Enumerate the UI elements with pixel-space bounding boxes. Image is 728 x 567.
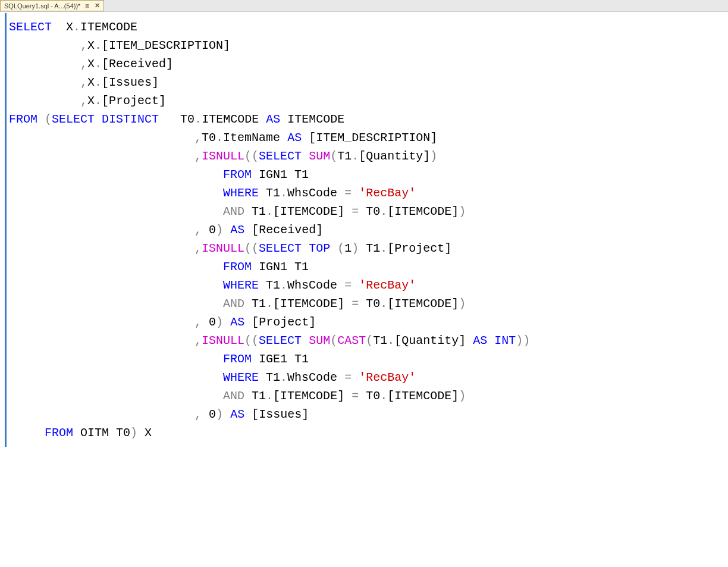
code-line: FROM IGN1 T1 (9, 165, 728, 184)
code-line: , 0) AS [Received] (9, 221, 728, 239)
code-line: , 0) AS [Issues] (9, 405, 728, 424)
code-line: AND T1.[ITEMCODE] = T0.[ITEMCODE]) (9, 295, 728, 313)
code-line: SELECT X.ITEMCODE (9, 18, 728, 36)
code-line: , 0) AS [Project] (9, 313, 728, 331)
code-line: AND T1.[ITEMCODE] = T0.[ITEMCODE]) (9, 387, 728, 405)
code-line: ,X.[Project] (9, 92, 728, 110)
code-line: ,ISNULL((SELECT SUM(CAST(T1.[Quantity] A… (9, 331, 728, 350)
code-line: WHERE T1.WhsCode = 'RecBay' (9, 368, 728, 387)
code-line: ,X.[ITEM_DESCRIPTION] (9, 36, 728, 55)
code-line: ,X.[Received] (9, 55, 728, 73)
code-line: FROM OITM T0) X (9, 424, 728, 442)
code-line: AND T1.[ITEMCODE] = T0.[ITEMCODE]) (9, 202, 728, 221)
code-line: FROM IGE1 T1 (9, 350, 728, 368)
code-line: ,T0.ItemName AS [ITEM_DESCRIPTION] (9, 129, 728, 147)
code-line: WHERE T1.WhsCode = 'RecBay' (9, 184, 728, 202)
tab-bar: SQLQuery1.sql - A...(54))* ⊠ ✕ (0, 0, 728, 12)
code-line: FROM IGN1 T1 (9, 258, 728, 276)
code-line: FROM (SELECT DISTINCT T0.ITEMCODE AS ITE… (9, 110, 728, 129)
code-line: ,X.[Issues] (9, 73, 728, 92)
code-editor[interactable]: SELECT X.ITEMCODE ,X.[ITEM_DESCRIPTION] … (5, 13, 728, 447)
code-line: ,ISNULL((SELECT TOP (1) T1.[Project] (9, 239, 728, 258)
pin-icon[interactable]: ⊠ (85, 3, 90, 9)
editor-tab[interactable]: SQLQuery1.sql - A...(54))* ⊠ ✕ (0, 0, 104, 11)
close-icon[interactable]: ✕ (95, 2, 100, 10)
code-line: WHERE T1.WhsCode = 'RecBay' (9, 276, 728, 295)
tab-label: SQLQuery1.sql - A...(54))* (4, 2, 80, 10)
code-line: ,ISNULL((SELECT SUM(T1.[Quantity]) (9, 147, 728, 165)
